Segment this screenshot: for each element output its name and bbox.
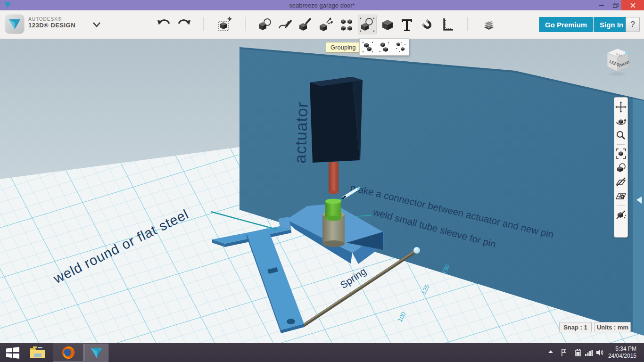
volume-icon[interactable]	[596, 349, 604, 356]
minimize-button[interactable]	[595, 0, 608, 10]
transform-tool-button[interactable]	[215, 15, 234, 34]
snap-tool-button[interactable]	[418, 15, 437, 34]
ungroup-all-icon	[395, 41, 407, 53]
pattern-tool-button[interactable]	[337, 15, 356, 34]
sign-in-button[interactable]: Sign In	[594, 17, 629, 32]
window-title: seabreeze garage door*	[0, 2, 644, 9]
123d-taskbar-icon	[90, 346, 104, 359]
measure-tool-button[interactable]	[438, 15, 457, 34]
go-premium-button[interactable]: Go Premium	[539, 17, 593, 32]
hide-sketch-icon	[615, 176, 627, 188]
clock-time: 5:34 PM	[604, 346, 636, 353]
main-toolbar: AUTODESK® 123D® DESIGN	[0, 10, 644, 39]
toolbar-separator	[245, 17, 246, 31]
123d-logo-icon	[8, 18, 21, 30]
redo-button[interactable]	[175, 16, 192, 32]
actuator-rod-model[interactable]	[329, 162, 339, 194]
transform-icon	[216, 16, 233, 33]
sketch-icon	[277, 16, 294, 33]
close-button[interactable]	[621, 0, 644, 10]
brand-text: AUTODESK® 123D® DESIGN	[28, 16, 75, 28]
grouping-tool-button[interactable]	[358, 15, 377, 34]
green-pin-model[interactable]	[325, 199, 341, 221]
measure-ruler-icon	[439, 16, 456, 33]
taskbar: 5:34 PM 24/04/2015	[0, 343, 644, 362]
toolbar-separator	[467, 17, 468, 31]
palette-divider	[617, 205, 625, 206]
primitives-tool-button[interactable]	[256, 15, 274, 34]
ungroup-all-menu-item[interactable]	[394, 40, 408, 54]
orbit-icon	[615, 115, 627, 127]
firefox-icon	[61, 345, 76, 360]
grouping-icon	[359, 16, 376, 33]
hide-sketches-button[interactable]	[615, 175, 627, 189]
zoom-button[interactable]	[615, 129, 627, 142]
taskbar-clock[interactable]: 5:34 PM 24/04/2015	[604, 346, 636, 360]
actuator-box-model[interactable]	[310, 77, 363, 163]
primitives-icon	[256, 16, 273, 33]
minimize-icon	[599, 5, 604, 6]
snap-magnet-icon	[419, 16, 436, 33]
pan-button[interactable]	[615, 100, 627, 114]
restore-icon	[613, 3, 619, 8]
restore-button[interactable]	[609, 0, 622, 10]
hide-solids-button[interactable]	[615, 208, 627, 221]
text-icon	[398, 16, 415, 33]
grouping-tooltip: Grouping	[326, 42, 360, 53]
actuator-label[interactable]: actuator	[291, 101, 311, 164]
fit-icon	[615, 148, 627, 159]
sketch-tool-button[interactable]	[276, 15, 295, 34]
construct-icon	[297, 16, 314, 33]
palette-divider	[617, 144, 625, 145]
brand-product: 123D® DESIGN	[28, 22, 75, 28]
shading-icon	[615, 162, 627, 173]
ungroup-menu-item[interactable]	[377, 40, 391, 54]
3d-viewport[interactable]: 100 125 150 actuator make a connector be…	[0, 39, 644, 343]
wall-pin-sphere-model[interactable]	[413, 247, 420, 254]
battery-icon[interactable]	[573, 349, 582, 356]
text-tool-button[interactable]	[397, 15, 416, 34]
close-icon	[630, 3, 636, 8]
tray-expand-icon[interactable]	[548, 349, 553, 355]
combine-tool-button[interactable]	[378, 15, 397, 34]
menu-chevron-down-icon[interactable]	[91, 21, 103, 28]
undo-button[interactable]	[156, 16, 173, 32]
modify-icon	[317, 16, 334, 33]
orbit-button[interactable]	[615, 115, 627, 128]
grouping-dropdown-panel	[359, 38, 409, 56]
group-menu-item[interactable]	[361, 40, 375, 54]
app-menu-logo[interactable]	[5, 14, 25, 34]
construct-tool-button[interactable]	[296, 15, 315, 34]
toolbar-separator	[203, 17, 204, 31]
pan-icon	[615, 101, 627, 113]
units-setting[interactable]: Units : mm	[594, 322, 631, 332]
folder-icon	[29, 346, 46, 360]
snap-setting[interactable]: Snap : 1	[559, 322, 592, 332]
hide-grid-button[interactable]	[615, 189, 627, 203]
network-signal-icon[interactable]	[585, 349, 593, 356]
material-tool-button[interactable]	[479, 15, 498, 34]
action-center-flag-icon[interactable]	[561, 349, 569, 356]
shading-mode-button[interactable]	[615, 161, 627, 174]
clock-date: 24/04/2015	[604, 353, 636, 360]
material-icon	[480, 16, 497, 33]
group-icon	[362, 41, 374, 53]
file-explorer-button[interactable]	[27, 344, 48, 362]
titlebar: seabreeze garage door*	[0, 0, 644, 10]
fit-view-button[interactable]	[615, 147, 627, 160]
modify-tool-button[interactable]	[316, 15, 335, 34]
ungroup-icon	[378, 41, 390, 53]
magnifier-icon	[615, 130, 627, 141]
hide-solids-icon	[615, 209, 627, 220]
pattern-icon	[338, 16, 355, 33]
start-button[interactable]	[3, 344, 23, 362]
windows-logo-icon	[6, 346, 20, 359]
combine-icon	[379, 16, 396, 33]
help-button[interactable]: ?	[626, 17, 640, 32]
firefox-taskbar-button[interactable]	[53, 344, 84, 362]
wall-edge-strip	[633, 99, 644, 335]
navigation-palette	[614, 97, 628, 238]
grid-visibility-icon	[615, 190, 627, 202]
123d-design-taskbar-button[interactable]	[84, 344, 108, 362]
